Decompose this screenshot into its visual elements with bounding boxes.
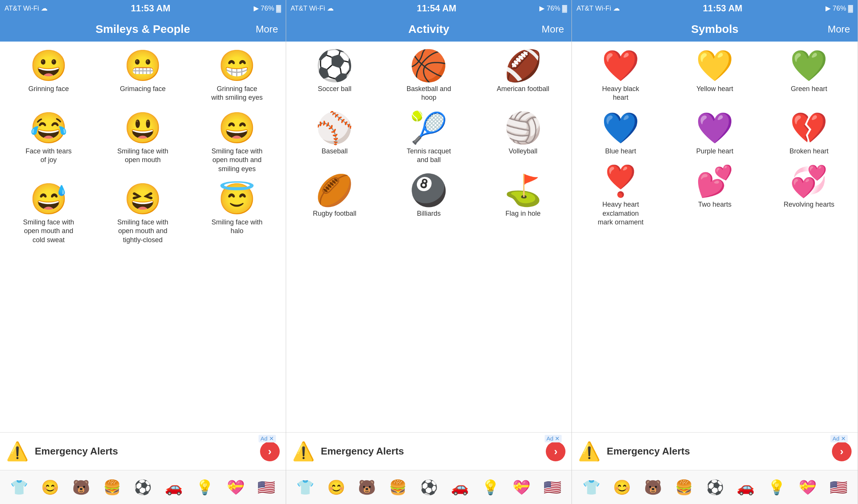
emoji-label: Face with tears of joy <box>22 147 75 165</box>
emoji-icon: 🎾 <box>410 113 448 143</box>
emoji-icon: 😇 <box>218 184 256 214</box>
list-item[interactable]: 😀 Grinning face <box>2 45 96 108</box>
tab-flag-2[interactable]: 🇺🇸 <box>544 479 561 496</box>
list-item[interactable]: 🏐 Volleyball <box>476 108 570 170</box>
list-item[interactable]: 🎱 Billiards <box>382 170 476 223</box>
tab-burger-3[interactable]: 🍔 <box>675 479 693 496</box>
emoji-icon: 🏉 <box>316 175 353 206</box>
tab-car-2[interactable]: 🚗 <box>451 479 469 496</box>
emoji-label: Billiards <box>417 209 441 218</box>
emoji-label: Grimacing face <box>120 85 166 93</box>
tab-soccer-2[interactable]: ⚽ <box>420 479 438 496</box>
list-item[interactable]: 😂 Face with tears of joy <box>2 108 96 179</box>
status-left-3: AT&T Wi-Fi ☁ <box>576 4 619 12</box>
emoji-icon: 😁 <box>218 51 256 81</box>
tab-tshirt-2[interactable]: 👕 <box>296 479 314 496</box>
emoji-label: Grinning face <box>28 85 69 93</box>
list-item[interactable]: 😄 Smiling face with open mouth and smili… <box>190 108 284 179</box>
tab-hearts-2[interactable]: 💝 <box>513 479 530 496</box>
list-item[interactable]: 💙 Blue heart <box>573 108 668 161</box>
nav-more-symbols[interactable]: More <box>828 23 850 35</box>
emoji-label: Revolving hearts <box>784 200 834 209</box>
list-item[interactable]: 💚 Green heart <box>762 45 856 108</box>
list-item[interactable]: ❤️ Heavy black heart <box>573 45 668 108</box>
emoji-icon: 💙 <box>602 113 640 143</box>
nav-title-activity: Activity <box>408 23 449 36</box>
list-item[interactable]: 💔 Broken heart <box>762 108 856 161</box>
tab-bulb-3[interactable]: 💡 <box>768 479 785 496</box>
list-item[interactable]: 🏈 American football <box>476 45 570 108</box>
list-item[interactable]: ⚽ Soccer ball <box>288 45 382 108</box>
list-item[interactable]: 😬 Grimacing face <box>96 45 190 108</box>
list-item[interactable]: 😁 Grinning face with smiling eyes <box>190 45 284 108</box>
ad-arrow-button[interactable]: › <box>260 442 280 461</box>
tab-hearts[interactable]: 💝 <box>227 479 245 496</box>
tab-tshirt-3[interactable]: 👕 <box>582 479 600 496</box>
nav-more-smileys[interactable]: More <box>256 23 278 35</box>
tab-soccer-3[interactable]: ⚽ <box>706 479 724 496</box>
emoji-icon: 🏐 <box>504 113 542 143</box>
panel-activity: AT&T Wi-Fi ☁ 11:54 AM ▶ 76% ▓ Activity M… <box>286 0 572 504</box>
status-bar-smileys: AT&T Wi-Fi ☁ 11:53 AM ▶ 76% ▓ <box>0 0 286 17</box>
list-item[interactable]: 😆 Smiling face with open mouth and tight… <box>96 179 190 250</box>
list-item[interactable]: 🏀 Basketball and hoop <box>382 45 476 108</box>
tab-soccer[interactable]: ⚽ <box>134 479 152 496</box>
list-item[interactable]: ❣️ Heavy heart exclamation mark ornament <box>573 161 668 232</box>
tab-car-3[interactable]: 🚗 <box>737 479 754 496</box>
emoji-label: Flag in hole <box>505 209 541 218</box>
warning-icon-2: ⚠️ <box>292 441 315 462</box>
tab-burger[interactable]: 🍔 <box>103 479 121 496</box>
emoji-label: Smiling face with open mouth <box>116 147 169 165</box>
status-right-3: ▶ 76% ▓ <box>825 4 853 12</box>
tab-bear[interactable]: 🐻 <box>72 479 90 496</box>
ad-text: Emergency Alerts <box>35 445 254 457</box>
tab-car[interactable]: 🚗 <box>165 479 183 496</box>
tab-smiley[interactable]: 😊 <box>41 479 59 496</box>
emoji-label: Baseball <box>322 147 348 156</box>
list-item[interactable]: 😃 Smiling face with open mouth <box>96 108 190 179</box>
emoji-icon: 😄 <box>218 113 256 143</box>
tab-flag-3[interactable]: 🇺🇸 <box>830 479 847 496</box>
tab-bear-2[interactable]: 🐻 <box>358 479 376 496</box>
ad-badge-3: Ad ✕ <box>830 435 848 442</box>
tab-flag[interactable]: 🇺🇸 <box>257 479 275 496</box>
list-item[interactable]: 💛 Yellow heart <box>668 45 762 108</box>
list-item[interactable]: 🏉 Rugby football <box>288 170 382 223</box>
tab-bear-3[interactable]: 🐻 <box>644 479 662 496</box>
ad-arrow-button-3[interactable]: › <box>832 442 852 461</box>
emoji-icon: 😬 <box>124 51 162 81</box>
content-symbols: ❤️ Heavy black heart 💛 Yellow heart 💚 Gr… <box>572 42 858 432</box>
tab-bar-symbols: 👕 😊 🐻 🍔 ⚽ 🚗 💡 💝 🇺🇸 <box>572 470 858 504</box>
status-time-3: 11:53 AM <box>703 3 742 14</box>
list-item[interactable]: 💜 Purple heart <box>668 108 762 161</box>
tab-tshirt[interactable]: 👕 <box>10 479 28 496</box>
list-item[interactable]: 😅 Smiling face with open mouth and cold … <box>2 179 96 250</box>
list-item[interactable]: 💕 Two hearts <box>668 161 762 232</box>
list-item[interactable]: ⛳ Flag in hole <box>476 170 570 223</box>
emoji-icon: 😅 <box>30 184 68 214</box>
tab-smiley-3[interactable]: 😊 <box>613 479 631 496</box>
emoji-icon: 😆 <box>124 184 162 214</box>
ad-text-2: Emergency Alerts <box>321 445 540 457</box>
tab-hearts-3[interactable]: 💝 <box>799 479 816 496</box>
list-item[interactable]: ⚾ Baseball <box>288 108 382 170</box>
tab-burger-2[interactable]: 🍔 <box>389 479 407 496</box>
emoji-label: Smiling face with halo <box>211 218 263 236</box>
emoji-icon: ❣️ <box>602 166 640 196</box>
tab-bulb-2[interactable]: 💡 <box>482 479 499 496</box>
nav-more-activity[interactable]: More <box>542 23 564 35</box>
emoji-label: Rugby football <box>313 209 356 218</box>
emoji-label: Broken heart <box>790 147 829 156</box>
ad-arrow-button-2[interactable]: › <box>546 442 565 461</box>
nav-bar-activity: Activity More <box>286 17 572 42</box>
emoji-icon: 😀 <box>30 51 68 81</box>
tab-smiley-2[interactable]: 😊 <box>327 479 345 496</box>
list-item[interactable]: 💞 Revolving hearts <box>762 161 856 232</box>
emoji-icon: 💚 <box>790 51 828 81</box>
status-right-2: ▶ 76% ▓ <box>539 4 567 12</box>
list-item[interactable]: 😇 Smiling face with halo <box>190 179 284 250</box>
tab-bulb[interactable]: 💡 <box>196 479 214 496</box>
emoji-label: Smiling face with open mouth and smiling… <box>211 147 263 173</box>
content-activity: ⚽ Soccer ball 🏀 Basketball and hoop 🏈 Am… <box>286 42 572 432</box>
list-item[interactable]: 🎾 Tennis racquet and ball <box>382 108 476 170</box>
